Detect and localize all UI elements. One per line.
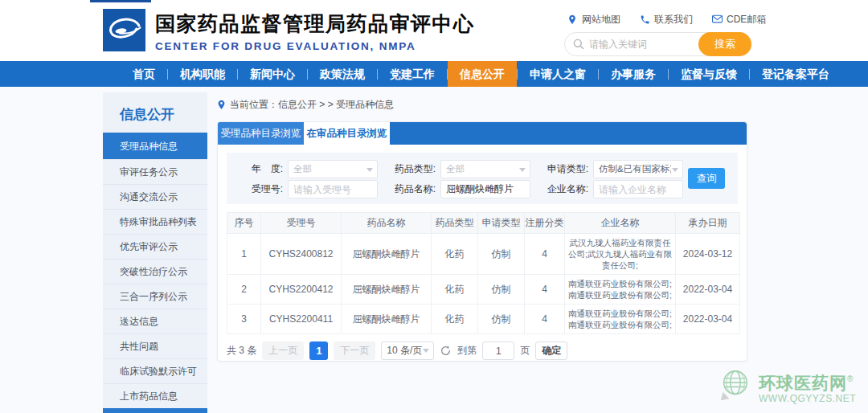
site-title: 国家药品监督管理局药品审评中心 — [155, 10, 475, 37]
tab-1[interactable]: 受理品种目录浏览 — [218, 122, 304, 145]
chevron-down-icon — [423, 349, 429, 356]
registered-mark: ® — [847, 374, 854, 383]
column-header: 受理号 — [261, 213, 342, 234]
page-size-select[interactable]: 10 条/页 — [381, 341, 434, 360]
column-header: 申请类型 — [478, 213, 525, 234]
page-number-button[interactable]: 1 — [309, 341, 328, 360]
location-icon — [567, 14, 578, 25]
sidebar-item-7[interactable]: 三合一序列公示 — [103, 284, 207, 309]
company-name-label: 企业名称: — [540, 182, 588, 196]
sidebar-item-1[interactable]: 受理品种信息 — [103, 133, 207, 159]
table-cell: CYHS2400812 — [261, 234, 342, 275]
filter-row-1: 年 度:全部药品类型:全部申请类型:仿制&已有国家标准 — [235, 160, 730, 178]
table-cell: 4 — [525, 234, 565, 275]
nav-item-10[interactable]: 登记备案平台 — [750, 61, 841, 87]
nav-item-3[interactable]: 新闻中心 — [238, 61, 307, 87]
column-header: 药品名称 — [342, 213, 432, 234]
drug-name-label: 药品名称: — [387, 182, 436, 196]
sidebar-item-11[interactable]: 上市药品信息 — [103, 383, 207, 408]
header-link-2[interactable]: 联系我们 — [640, 13, 693, 27]
table-cell: 南通联亚药业股份有限公司;南通联亚药业股份有限公司; — [565, 305, 676, 334]
table-cell: 3 — [227, 305, 261, 334]
nav-item-1[interactable]: 首页 — [121, 61, 167, 87]
nav-item-7[interactable]: 申请人之窗 — [518, 61, 598, 87]
chevron-down-icon — [366, 168, 373, 175]
sidebar-partial-item[interactable] — [103, 408, 207, 413]
sidebar-item-5[interactable]: 优先审评公示 — [103, 234, 207, 259]
table-cell: 化药 — [432, 275, 478, 305]
table-cell: 化药 — [432, 234, 478, 275]
results-table: 序号受理号药品名称药品类型申请类型注册分类企业名称承办日期1CYHS240081… — [227, 212, 740, 334]
cde-logo[interactable] — [103, 9, 145, 51]
next-page-button[interactable]: 下一页 — [334, 341, 375, 360]
sidebar-item-2[interactable]: 审评任务公示 — [103, 159, 207, 184]
table-row[interactable]: 3CYHS2200411屈螺酮炔雌醇片化药仿制4南通联亚药业股份有限公司;南通联… — [227, 305, 740, 334]
location-pin-icon — [217, 100, 226, 110]
breadcrumb: 当前位置：信息公开 > > 受理品种信息 — [217, 98, 747, 111]
table-row[interactable]: 1CYHS2400812屈螺酮炔雌醇片化药仿制4武汉九珑人福药业有限责任公司;武… — [227, 234, 740, 275]
table-cell: 化药 — [432, 305, 478, 334]
nav-item-9[interactable]: 监督与反馈 — [669, 61, 749, 87]
search-button[interactable]: 搜索 — [698, 32, 751, 56]
table-cell: 武汉九珑人福药业有限责任公司;武汉九珑人福药业有限责任公司; — [565, 234, 676, 275]
prev-page-button[interactable]: 上一页 — [262, 341, 304, 360]
table-cell: 仿制 — [478, 275, 525, 305]
confirm-button[interactable]: 确定 — [535, 341, 567, 360]
header-link-3[interactable]: CDE邮箱 — [712, 13, 766, 27]
nav-item-8[interactable]: 办事服务 — [599, 61, 668, 87]
nav-item-5[interactable]: 党建工作 — [378, 61, 447, 87]
company-name-input[interactable] — [593, 180, 683, 198]
nav-item-2[interactable]: 机构职能 — [168, 61, 237, 87]
header-link-1[interactable]: 网站地图 — [567, 13, 620, 27]
column-header: 注册分类 — [525, 213, 565, 234]
pagination-total: 共 3 条 — [227, 344, 256, 358]
table-cell: 仿制 — [478, 234, 525, 275]
sidebar: 信息公开 受理品种信息审评任务公示沟通交流公示特殊审批品种列表优先审评公示突破性… — [103, 92, 207, 413]
sidebar-item-6[interactable]: 突破性治疗公示 — [103, 259, 207, 284]
site-search: 搜索 — [564, 32, 751, 56]
table-row[interactable]: 2CYHS2200412屈螺酮炔雌醇片化药仿制4南通联亚药业股份有限公司;南通联… — [227, 275, 740, 305]
apply-type-select[interactable]: 仿制&已有国家标准 — [593, 160, 683, 178]
table-cell: 仿制 — [478, 305, 525, 334]
filter-row-2: 受理号:药品名称:企业名称: — [235, 180, 730, 198]
site-header: 国家药品监督管理局药品审评中心 CENTER FOR DRUG EVALUATI… — [0, 0, 868, 61]
site-titles: 国家药品监督管理局药品审评中心 CENTER FOR DRUG EVALUATI… — [155, 10, 475, 52]
drug-type-label: 药品类型: — [387, 162, 436, 176]
acceptance-no-label: 受理号: — [235, 182, 283, 196]
drug-type-select[interactable]: 全部 — [440, 160, 530, 178]
table-cell: 屈螺酮炔雌醇片 — [342, 234, 432, 275]
header-link-label: 网站地图 — [582, 13, 620, 27]
year-select[interactable]: 全部 — [288, 160, 378, 178]
main-content: 当前位置：信息公开 > > 受理品种信息 受理品种目录浏览在审品种目录浏览 年 … — [217, 98, 747, 362]
sidebar-item-10[interactable]: 临床试验默示许可 — [103, 358, 207, 383]
query-button[interactable]: 查询 — [688, 168, 725, 189]
table-cell: 4 — [525, 305, 565, 334]
header-link-label: 联系我们 — [654, 13, 693, 27]
sidebar-item-8[interactable]: 送达信息 — [103, 309, 207, 333]
sidebar-item-4[interactable]: 特殊审批品种列表 — [103, 209, 207, 234]
sidebar-item-3[interactable]: 沟通交流公示 — [103, 184, 207, 209]
table-cell: 2 — [227, 275, 261, 305]
refresh-icon[interactable] — [440, 345, 452, 357]
globe-icon — [716, 367, 753, 407]
search-icon — [572, 38, 585, 51]
phone-icon — [640, 14, 650, 25]
sidebar-title: 信息公开 — [103, 92, 207, 133]
sidebar-item-9[interactable]: 共性问题 — [103, 333, 207, 358]
tab-bar: 受理品种目录浏览在审品种目录浏览 — [218, 122, 747, 145]
watermark-text: 环球医药网® WWW.QGYYZS.NET — [759, 370, 856, 404]
tab-2[interactable]: 在审品种目录浏览 — [304, 122, 390, 145]
goto-page-input[interactable] — [482, 341, 514, 360]
table-cell: 2024-03-12 — [676, 234, 740, 275]
watermark: 环球医药网® WWW.QGYYZS.NET — [716, 367, 856, 407]
table-cell: 屈螺酮炔雌醇片 — [342, 275, 432, 305]
chevron-down-icon — [672, 168, 678, 175]
nav-item-6[interactable]: 信息公开 — [448, 61, 517, 87]
filter-rows: 年 度:全部药品类型:全部申请类型:仿制&已有国家标准受理号:药品名称:企业名称… — [235, 160, 730, 198]
table-cell: 2022-03-04 — [676, 305, 740, 334]
apply-type-label: 申请类型: — [540, 162, 588, 176]
drug-name-input[interactable] — [440, 180, 530, 198]
nav-item-4[interactable]: 政策法规 — [308, 61, 377, 87]
acceptance-no-input[interactable] — [288, 180, 378, 198]
table-cell: 南通联亚药业股份有限公司;南通联亚药业股份有限公司; — [565, 275, 676, 305]
